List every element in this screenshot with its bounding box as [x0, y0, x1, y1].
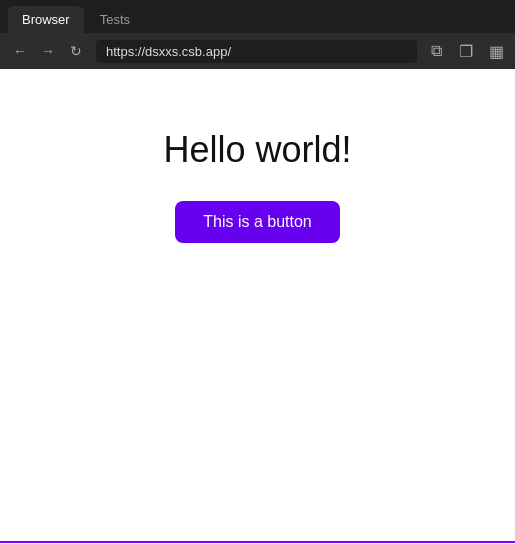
page-content: Hello world! This is a button — [0, 69, 515, 543]
browser-chrome: Browser Tests ← → ↻ https://dsxxs.csb.ap… — [0, 0, 515, 69]
tab-tests[interactable]: Tests — [86, 6, 144, 33]
tab-browser[interactable]: Browser — [8, 6, 84, 33]
copy-icon[interactable]: ❐ — [455, 40, 477, 62]
main-button[interactable]: This is a button — [175, 201, 340, 243]
tab-bar: Browser Tests — [0, 0, 515, 33]
toolbar-icons: ⧉ ❐ ▦ — [425, 40, 507, 62]
forward-button[interactable]: → — [36, 39, 60, 63]
reload-button[interactable]: ↻ — [64, 39, 88, 63]
toolbar: ← → ↻ https://dsxxs.csb.app/ ⧉ ❐ ▦ — [0, 33, 515, 69]
nav-buttons: ← → ↻ — [8, 39, 88, 63]
tab-tests-label: Tests — [100, 12, 130, 27]
layout-icon[interactable]: ▦ — [485, 40, 507, 62]
back-button[interactable]: ← — [8, 39, 32, 63]
page-heading: Hello world! — [163, 129, 351, 171]
address-bar[interactable]: https://dsxxs.csb.app/ — [96, 40, 417, 63]
tab-browser-label: Browser — [22, 12, 70, 27]
extensions-icon[interactable]: ⧉ — [425, 40, 447, 62]
address-text: https://dsxxs.csb.app/ — [106, 44, 231, 59]
